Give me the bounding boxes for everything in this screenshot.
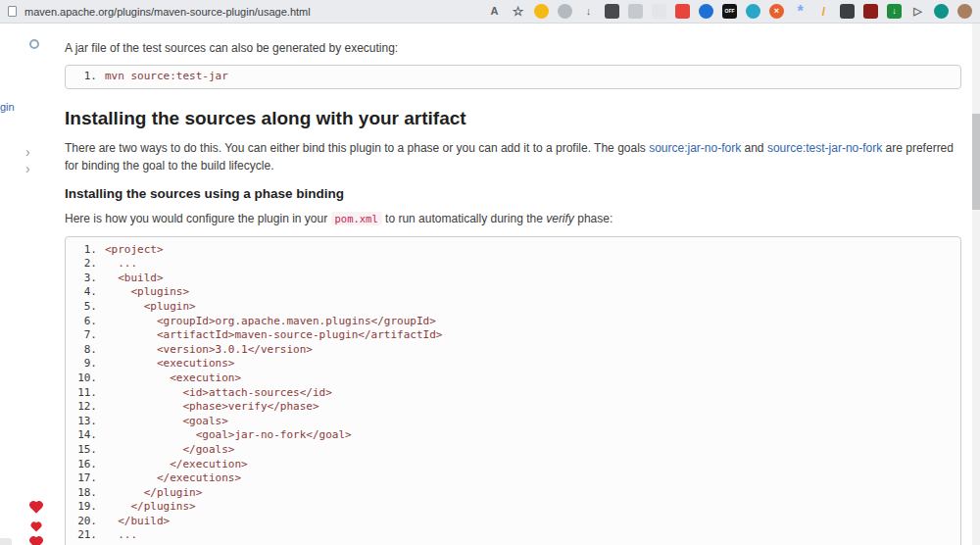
code-text: </build> bbox=[105, 515, 170, 527]
code-text: mvn source:test-jar bbox=[105, 70, 228, 82]
line-number: 19. bbox=[74, 500, 97, 515]
extension-icon-gray-1[interactable] bbox=[558, 4, 572, 19]
extension-icon-gray-3[interactable] bbox=[652, 4, 666, 19]
code-line: 21. ... bbox=[74, 528, 953, 543]
extension-icon-journal[interactable] bbox=[605, 4, 619, 19]
paragraph-text: and bbox=[741, 141, 767, 155]
code-text: </plugin> bbox=[105, 486, 202, 499]
heart-icon bbox=[30, 537, 41, 545]
paragraph-text: Here is how you would configure the plug… bbox=[65, 212, 331, 225]
section-paragraph: There are two ways to do this. You can e… bbox=[65, 139, 961, 174]
extension-icon-teal-2[interactable] bbox=[934, 4, 949, 19]
code-text: ... bbox=[105, 257, 137, 270]
paragraph-text: phase: bbox=[574, 212, 612, 225]
line-number: 14. bbox=[74, 428, 97, 443]
code-line: 19. </plugins> bbox=[74, 500, 953, 515]
extension-icon-green-download[interactable]: ↓ bbox=[887, 4, 902, 19]
chevron-right-icon[interactable]: › bbox=[25, 145, 30, 159]
code-line: 11. <id>attach-sources</id> bbox=[74, 386, 953, 401]
code-line: 13. <goals> bbox=[74, 415, 953, 429]
code-line: 2. ... bbox=[74, 257, 953, 272]
code-line: 9. <executions> bbox=[74, 357, 953, 372]
code-line: 1.mvn source:test-jar bbox=[74, 70, 953, 84]
code-line: 1.<project> bbox=[74, 243, 953, 258]
code-line: 3. <build> bbox=[74, 272, 953, 286]
link-source-jar-no-fork[interactable]: source:jar-no-fork bbox=[649, 141, 741, 155]
code-line: 4. <plugins> bbox=[74, 285, 953, 300]
sidebar-partial-link[interactable]: gin bbox=[0, 101, 15, 113]
code-line: 16. </execution> bbox=[74, 458, 953, 472]
widget-circle-icon[interactable] bbox=[29, 39, 39, 49]
code-text: <goals> bbox=[105, 415, 228, 427]
section-title: Installing the sources along with your a… bbox=[65, 108, 961, 129]
browser-window: maven.apache.org/plugins/maven-source-pl… bbox=[0, 0, 980, 545]
code-block-pom-configuration: 1.<project>2. ...3. <build>4. <plugins>5… bbox=[65, 236, 961, 545]
line-number: 9. bbox=[74, 357, 97, 372]
page-viewport: gin › › A jar file of the test sources c… bbox=[0, 24, 980, 545]
code-text: </executions> bbox=[105, 471, 241, 484]
extension-icon-dark[interactable] bbox=[840, 4, 855, 19]
code-text: </plugins> bbox=[105, 500, 196, 513]
line-number: 17. bbox=[74, 471, 97, 486]
code-text: <goal>jar-no-fork</goal> bbox=[105, 428, 352, 441]
code-line: 14. <goal>jar-no-fork</goal> bbox=[74, 428, 953, 443]
scrollbar[interactable] bbox=[972, 24, 980, 545]
code-line: 15. </goals> bbox=[74, 443, 953, 458]
bookmark-star-icon[interactable]: ☆ bbox=[511, 4, 525, 19]
extension-icon-yellow[interactable] bbox=[534, 4, 549, 19]
code-text: <execution> bbox=[105, 372, 241, 384]
line-number: 18. bbox=[74, 486, 97, 501]
status-bubble bbox=[0, 538, 12, 545]
line-number: 7. bbox=[74, 328, 97, 343]
url-text[interactable]: maven.apache.org/plugins/maven-source-pl… bbox=[24, 6, 479, 18]
chevron-right-icon[interactable]: › bbox=[25, 162, 30, 175]
subsection-paragraph: Here is how you would configure the plug… bbox=[65, 210, 961, 227]
line-number: 5. bbox=[74, 300, 97, 315]
line-number: 6. bbox=[74, 315, 97, 329]
code-text: <id>attach-sources</id> bbox=[105, 386, 332, 399]
code-text: ... bbox=[105, 528, 137, 541]
code-line: 10. <execution> bbox=[74, 372, 953, 386]
extension-icon-red[interactable] bbox=[675, 4, 690, 19]
code-text: <phase>verify</phase> bbox=[105, 400, 319, 413]
extension-icon-teal[interactable] bbox=[746, 4, 760, 19]
extension-icon-asterisk[interactable]: * bbox=[793, 4, 808, 19]
line-number: 8. bbox=[74, 343, 97, 358]
code-text: <artifactId>maven-source-plugin</artifac… bbox=[105, 328, 442, 341]
heart-icon bbox=[30, 502, 41, 513]
line-number: 3. bbox=[74, 272, 97, 286]
code-line: 8. <version>3.0.1</version> bbox=[74, 343, 953, 358]
line-number: 11. bbox=[74, 386, 97, 401]
browser-toolbar: maven.apache.org/plugins/maven-source-pl… bbox=[0, 0, 980, 24]
left-sidebar: gin › › bbox=[0, 24, 55, 545]
link-source-test-jar-no-fork[interactable]: source:test-jar-no-fork bbox=[767, 141, 882, 155]
code-block-test-jar: 1.mvn source:test-jar bbox=[65, 65, 961, 89]
line-number: 16. bbox=[74, 458, 97, 472]
line-number: 13. bbox=[74, 415, 97, 429]
code-text: <plugins> bbox=[105, 285, 189, 298]
code-line: 20. </build> bbox=[74, 515, 953, 529]
code-text: <version>3.0.1</version> bbox=[105, 343, 313, 356]
code-text: <build> bbox=[105, 272, 164, 284]
intro-paragraph: A jar file of the test sources can also … bbox=[65, 39, 961, 57]
code-text: <groupId>org.apache.maven.plugins</group… bbox=[105, 315, 436, 327]
inline-code-pom-xml: pom.xml bbox=[331, 212, 382, 225]
extension-icon-download[interactable]: ↓ bbox=[581, 4, 596, 19]
emphasis-verify: verify bbox=[546, 212, 574, 225]
paragraph-text: to run automatically during the bbox=[382, 212, 546, 225]
scrollbar-thumb[interactable] bbox=[972, 114, 980, 210]
extension-icon-slash[interactable]: / bbox=[816, 4, 831, 19]
extension-icon-orange-x[interactable]: × bbox=[769, 4, 784, 19]
extension-icon-gray-2[interactable] bbox=[628, 4, 643, 19]
code-text: </execution> bbox=[105, 458, 248, 471]
extension-icon-darkred[interactable] bbox=[863, 4, 878, 19]
code-line: 6. <groupId>org.apache.maven.plugins</gr… bbox=[74, 315, 953, 329]
extension-icon-off-badge[interactable]: OFF bbox=[722, 4, 737, 19]
extension-icon-play[interactable]: ▷ bbox=[910, 4, 925, 19]
translate-icon[interactable]: A bbox=[487, 4, 502, 19]
heart-icon bbox=[31, 522, 40, 531]
profile-avatar[interactable] bbox=[957, 4, 972, 19]
page-icon bbox=[8, 6, 17, 17]
extension-icon-blue[interactable] bbox=[699, 4, 713, 19]
code-line: 7. <artifactId>maven-source-plugin</arti… bbox=[74, 328, 953, 343]
